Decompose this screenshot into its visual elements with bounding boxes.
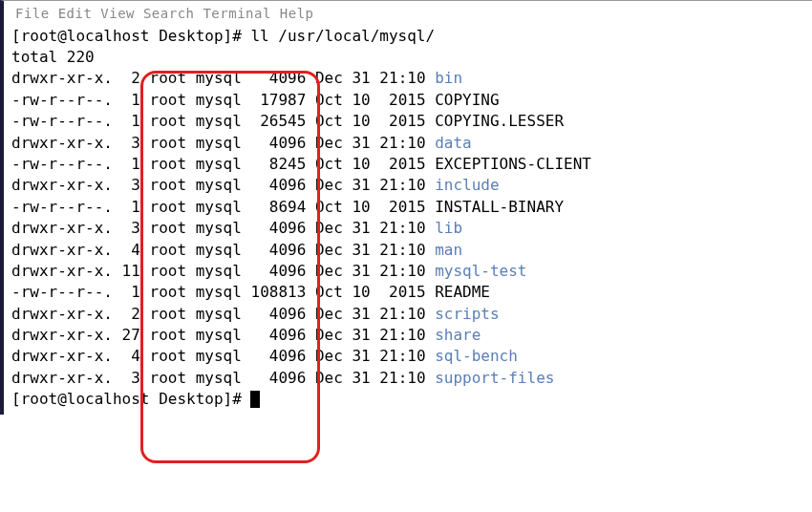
link-count: 2 — [122, 305, 140, 323]
size: 4096 — [251, 326, 307, 344]
permissions: drwxr-xr-x. — [11, 305, 113, 323]
owner: root — [150, 219, 187, 237]
date: Dec 31 21:10 — [315, 241, 426, 259]
owner: root — [150, 283, 187, 301]
file-name: sql-bench — [435, 347, 518, 365]
size: 108813 — [251, 283, 307, 301]
list-row: -rw-r--r--. 1 root mysql 17987 Oct 10 20… — [11, 90, 804, 111]
group: mysql — [196, 176, 242, 194]
link-count: 4 — [122, 347, 140, 365]
permissions: drwxr-xr-x. — [11, 134, 113, 152]
link-count: 4 — [122, 241, 140, 259]
file-listing: drwxr-xr-x. 2 root mysql 4096 Dec 31 21:… — [11, 68, 804, 389]
link-count: 11 — [122, 262, 140, 280]
prompt: [root@localhost Desktop]# — [11, 390, 250, 408]
owner: root — [150, 305, 187, 323]
file-name: mysql-test — [435, 262, 526, 280]
list-row: drwxr-xr-x. 4 root mysql 4096 Dec 31 21:… — [11, 240, 804, 261]
group: mysql — [196, 198, 242, 216]
group: mysql — [196, 283, 242, 301]
permissions: drwxr-xr-x. — [11, 369, 113, 387]
permissions: -rw-r--r--. — [11, 91, 113, 109]
date: Dec 31 21:10 — [315, 134, 426, 152]
permissions: drwxr-xr-x. — [11, 262, 113, 280]
prompt: [root@localhost Desktop]# — [11, 27, 250, 45]
file-name: man — [435, 241, 462, 259]
link-count: 3 — [122, 134, 140, 152]
file-name: README — [435, 283, 490, 301]
date: Oct 10 2015 — [315, 283, 426, 301]
list-row: -rw-r--r--. 1 root mysql 108813 Oct 10 2… — [11, 282, 804, 303]
link-count: 3 — [122, 176, 140, 194]
date: Dec 31 21:10 — [315, 305, 426, 323]
list-row: drwxr-xr-x. 3 root mysql 4096 Dec 31 21:… — [11, 368, 804, 389]
file-name: scripts — [435, 305, 499, 323]
group: mysql — [196, 69, 242, 87]
list-row: -rw-r--r--. 1 root mysql 8245 Oct 10 201… — [11, 154, 804, 175]
file-name: COPYING.LESSER — [435, 112, 564, 130]
date: Oct 10 2015 — [315, 198, 426, 216]
owner: root — [150, 176, 187, 194]
group: mysql — [196, 369, 242, 387]
permissions: drwxr-xr-x. — [11, 69, 113, 87]
group: mysql — [196, 219, 242, 237]
group: mysql — [196, 262, 242, 280]
link-count: 1 — [122, 283, 140, 301]
size: 4096 — [251, 241, 307, 259]
group: mysql — [196, 155, 242, 173]
date: Dec 31 21:10 — [315, 219, 426, 237]
total-line: total 220 — [11, 47, 804, 68]
group: mysql — [196, 241, 242, 259]
owner: root — [150, 262, 187, 280]
file-name: data — [435, 134, 472, 152]
list-row: drwxr-xr-x. 3 root mysql 4096 Dec 31 21:… — [11, 133, 804, 154]
size: 4096 — [251, 134, 307, 152]
link-count: 27 — [122, 326, 140, 344]
size: 4096 — [251, 219, 307, 237]
permissions: -rw-r--r--. — [11, 283, 113, 301]
owner: root — [150, 198, 187, 216]
cursor — [250, 391, 260, 408]
size: 4096 — [251, 305, 307, 323]
owner: root — [150, 347, 187, 365]
date: Dec 31 21:10 — [315, 369, 426, 387]
file-name: COPYING — [435, 91, 499, 109]
size: 4096 — [251, 347, 307, 365]
group: mysql — [196, 112, 242, 130]
list-row: -rw-r--r--. 1 root mysql 26545 Oct 10 20… — [11, 111, 804, 132]
list-row: drwxr-xr-x. 3 root mysql 4096 Dec 31 21:… — [11, 175, 804, 196]
terminal-window[interactable]: File Edit View Search Terminal Help [roo… — [0, 0, 812, 415]
link-count: 2 — [122, 69, 140, 87]
file-name: include — [435, 176, 499, 194]
owner: root — [150, 155, 187, 173]
owner: root — [150, 241, 187, 259]
permissions: drwxr-xr-x. — [11, 347, 113, 365]
size: 4096 — [251, 176, 307, 194]
group: mysql — [196, 326, 242, 344]
permissions: drwxr-xr-x. — [11, 219, 113, 237]
command-text: ll /usr/local/mysql/ — [250, 27, 435, 45]
size: 17987 — [251, 91, 307, 109]
file-name: bin — [435, 69, 462, 87]
list-row: drwxr-xr-x. 27 root mysql 4096 Dec 31 21… — [11, 325, 804, 346]
date: Dec 31 21:10 — [315, 326, 426, 344]
owner: root — [150, 91, 187, 109]
permissions: -rw-r--r--. — [11, 198, 113, 216]
date: Dec 31 21:10 — [315, 69, 426, 87]
file-name: share — [435, 326, 481, 344]
permissions: -rw-r--r--. — [11, 112, 113, 130]
permissions: drwxr-xr-x. — [11, 326, 113, 344]
owner: root — [150, 369, 187, 387]
list-row: drwxr-xr-x. 2 root mysql 4096 Dec 31 21:… — [11, 304, 804, 325]
file-name: support-files — [435, 369, 554, 387]
link-count: 1 — [122, 112, 140, 130]
size: 26545 — [251, 112, 307, 130]
file-name: INSTALL-BINARY — [435, 198, 564, 216]
date: Dec 31 21:10 — [315, 176, 426, 194]
owner: root — [150, 69, 187, 87]
date: Dec 31 21:10 — [315, 347, 426, 365]
list-row: drwxr-xr-x. 3 root mysql 4096 Dec 31 21:… — [11, 218, 804, 239]
owner: root — [150, 134, 187, 152]
permissions: drwxr-xr-x. — [11, 176, 113, 194]
size: 4096 — [251, 69, 307, 87]
